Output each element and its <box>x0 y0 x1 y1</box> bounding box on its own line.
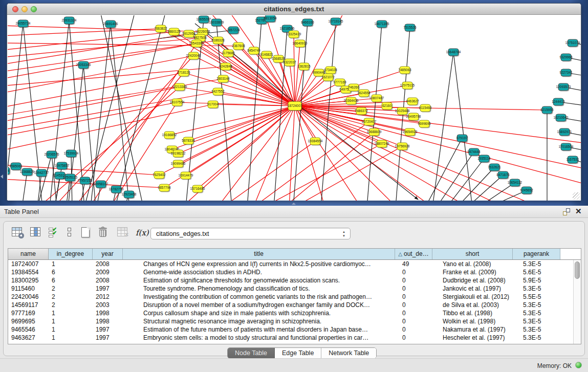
tab-network-table[interactable]: Network Table <box>321 348 376 358</box>
column-header-name[interactable]: name <box>8 249 49 259</box>
column-header-pagerank[interactable]: pagerank <box>513 249 560 259</box>
table-cell[interactable]: 1998 <box>96 309 123 317</box>
graph-node[interactable]: 10958107 <box>94 181 108 189</box>
table-cell[interactable]: 2 <box>52 285 93 293</box>
network-window-titlebar[interactable]: citations_edges.txt <box>7 4 581 15</box>
graph-node[interactable]: 8215955 <box>540 106 554 115</box>
table-cell[interactable]: Franke et al. (2009) <box>443 268 513 276</box>
graph-node[interactable]: 1167531 <box>567 156 579 164</box>
table-row[interactable]: 1456911722003Disruption of a novel membe… <box>8 301 573 309</box>
graph-edge[interactable] <box>425 138 462 201</box>
table-cell[interactable]: 0 <box>402 309 432 317</box>
table-cell[interactable]: 19384554 <box>11 268 49 276</box>
graph-node[interactable]: 2803144 <box>216 75 230 83</box>
table-cell[interactable]: 2012 <box>96 293 123 301</box>
graph-edge[interactable] <box>8 38 200 57</box>
table-cell[interactable]: Hescheler et al. (1997) <box>443 334 513 342</box>
graph-node[interactable]: 16914479 <box>179 172 193 180</box>
graph-node[interactable]: 7486372 <box>355 107 368 116</box>
close-panel-icon[interactable]: ✕ <box>575 207 582 216</box>
graph-node[interactable]: 16640910 <box>293 40 308 48</box>
table-cell[interactable]: Investigating the contribution of common… <box>143 293 395 301</box>
graph-edge[interactable] <box>217 106 295 201</box>
graph-node[interactable]: 12505115 <box>63 174 78 182</box>
graph-node[interactable]: 7632621 <box>488 164 501 172</box>
graph-edge[interactable] <box>432 52 453 201</box>
graph-node[interactable]: 10025488 <box>395 107 410 116</box>
graph-node[interactable]: 23931324 <box>62 17 77 25</box>
select-all-columns-button[interactable]: ✔ ✔ <box>49 227 61 239</box>
table-cell[interactable]: 6 <box>52 276 93 285</box>
graph-node[interactable]: 24055724 <box>16 20 31 28</box>
table-cell[interactable]: 49 <box>402 260 432 268</box>
table-cell[interactable]: 0 <box>402 317 432 325</box>
graph-node[interactable]: 3175685 <box>222 50 235 58</box>
table-cell[interactable]: 1 <box>52 260 93 268</box>
graph-edge[interactable] <box>8 79 223 116</box>
graph-node[interactable]: 26495798 <box>406 113 421 121</box>
table-cell[interactable]: 0 <box>402 276 432 285</box>
table-cell[interactable]: Estimation of the future numbers of pati… <box>143 325 395 334</box>
graph-node[interactable]: 17539924 <box>64 150 79 158</box>
table-cell[interactable]: 0 <box>402 285 432 293</box>
table-cell[interactable]: Yano et al. (2008) <box>443 260 513 268</box>
graph-edge[interactable] <box>467 175 503 201</box>
graph-node[interactable]: 19099486 <box>171 160 186 168</box>
graph-node[interactable]: 20691406 <box>103 20 118 29</box>
graph-edge[interactable] <box>8 56 193 93</box>
table-row[interactable]: 946554611997Estimation of the future num… <box>8 325 573 334</box>
table-cell[interactable]: 1 <box>52 317 93 325</box>
graph-node[interactable]: 9242848 <box>219 63 232 71</box>
graph-edge[interactable] <box>264 144 382 201</box>
delete-column-button[interactable] <box>99 227 111 239</box>
graph-node[interactable]: 9857794 <box>158 184 171 192</box>
graph-node[interactable]: 19198222 <box>171 150 186 158</box>
table-cell[interactable]: 2003 <box>96 301 123 309</box>
graph-node[interactable]: 2367608 <box>232 42 245 51</box>
table-cell[interactable]: 5.6E-5 <box>523 268 560 276</box>
graph-node[interactable]: 9245652 <box>520 187 533 195</box>
table-cell[interactable]: Nakamura et al. (1997) <box>443 325 513 334</box>
graph-node[interactable]: 18724007 <box>288 102 302 112</box>
function-builder-button[interactable]: f(x) <box>136 228 148 240</box>
graph-node[interactable]: 12093573 <box>556 83 571 92</box>
table-cell[interactable]: 9463627 <box>11 334 49 342</box>
table-cell[interactable]: 5.3E-5 <box>523 260 560 268</box>
graph-node[interactable]: 10719145 <box>329 18 343 26</box>
graph-node[interactable]: 917004 <box>207 101 219 109</box>
show-columns-button[interactable] <box>30 227 42 239</box>
graph-edge[interactable] <box>200 38 295 106</box>
table-cell[interactable]: Corpus callosum shape and size in male p… <box>143 309 395 317</box>
graph-edge[interactable] <box>457 167 494 201</box>
table-cell[interactable]: 1997 <box>96 334 123 342</box>
tab-node-table[interactable]: Node Table <box>228 348 275 358</box>
table-cell[interactable]: 1997 <box>96 285 123 293</box>
table-cell[interactable]: Structural magnetic resonance image aver… <box>143 317 395 325</box>
graph-node[interactable]: 1621072 <box>321 74 335 82</box>
graph-node[interactable]: 9699695 <box>418 120 431 128</box>
graph-node[interactable]: 15716485 <box>190 185 205 193</box>
vertical-scrollbar[interactable] <box>573 260 581 344</box>
graph-node[interactable]: 16033809 <box>209 19 224 27</box>
graph-node[interactable]: 9227341 <box>559 69 573 77</box>
scrollbar-thumb[interactable] <box>575 261 580 279</box>
graph-node[interactable]: 13942737 <box>34 169 49 178</box>
graph-node[interactable]: 16210643 <box>554 114 569 122</box>
table-cell[interactable]: 5.3E-5 <box>523 301 560 309</box>
graph-node[interactable]: 9474444 <box>467 148 481 157</box>
table-cell[interactable]: 6 <box>52 268 93 276</box>
graph-node[interactable]: 18807249 <box>375 140 389 148</box>
graph-node[interactable]: 9860125 <box>167 28 181 36</box>
table-row[interactable]: 946362711997Embryonic stem cells: a mode… <box>8 334 573 342</box>
graph-node[interactable]: 9146821 <box>260 51 273 59</box>
collapse-panel-arrow-icon[interactable] <box>1 174 3 179</box>
graph-node[interactable]: 13325419 <box>287 31 301 39</box>
graph-node[interactable]: 9329966 <box>559 54 573 62</box>
table-cell[interactable]: Dudbridge et al. (2008) <box>443 276 513 285</box>
graph-node[interactable]: 12923468 <box>122 191 137 199</box>
graph-node[interactable]: 5878334 <box>182 137 195 145</box>
graph-edge[interactable] <box>223 141 315 201</box>
table-cell[interactable]: 18300295 <box>11 276 49 285</box>
unselect-columns-button[interactable] <box>67 227 79 239</box>
graph-edge[interactable] <box>295 106 468 201</box>
